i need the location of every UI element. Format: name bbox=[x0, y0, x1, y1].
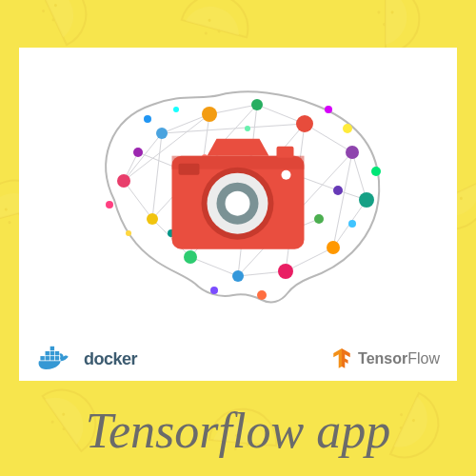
svg-line-9 bbox=[124, 181, 152, 219]
docker-text: docker bbox=[84, 349, 137, 369]
svg-point-60 bbox=[371, 167, 381, 176]
svg-point-63 bbox=[173, 107, 179, 112]
svg-rect-73 bbox=[179, 164, 200, 175]
svg-rect-79 bbox=[40, 356, 44, 360]
camera-icon bbox=[165, 129, 312, 257]
logos-row: docker TensorFlow bbox=[19, 345, 457, 373]
svg-point-39 bbox=[251, 99, 263, 110]
svg-point-48 bbox=[133, 148, 143, 157]
svg-rect-84 bbox=[50, 351, 54, 355]
svg-point-38 bbox=[202, 107, 217, 122]
svg-point-36 bbox=[117, 174, 130, 188]
svg-point-58 bbox=[343, 124, 352, 133]
tensorflow-icon bbox=[331, 347, 352, 370]
svg-point-52 bbox=[333, 186, 343, 195]
tensorflow-logo: TensorFlow bbox=[331, 347, 440, 370]
svg-point-47 bbox=[327, 241, 340, 254]
svg-line-3 bbox=[124, 133, 162, 181]
svg-point-61 bbox=[210, 287, 218, 294]
svg-rect-83 bbox=[46, 351, 50, 355]
svg-point-41 bbox=[346, 146, 359, 159]
svg-rect-80 bbox=[46, 356, 50, 360]
brain-illustration bbox=[57, 67, 419, 314]
svg-point-62 bbox=[257, 290, 267, 300]
svg-point-56 bbox=[314, 214, 324, 224]
svg-point-45 bbox=[232, 270, 244, 282]
docker-icon bbox=[36, 345, 78, 373]
svg-rect-86 bbox=[50, 347, 54, 350]
svg-point-42 bbox=[359, 192, 374, 208]
svg-rect-72 bbox=[277, 147, 294, 158]
main-card: docker TensorFlow bbox=[19, 48, 457, 381]
svg-point-65 bbox=[126, 230, 131, 236]
svg-point-59 bbox=[106, 201, 113, 208]
svg-rect-85 bbox=[55, 351, 59, 355]
page-title: Tensorflow app bbox=[0, 403, 476, 459]
svg-point-77 bbox=[226, 191, 250, 216]
svg-line-15 bbox=[152, 133, 162, 219]
svg-point-43 bbox=[147, 213, 158, 225]
svg-point-78 bbox=[282, 170, 291, 180]
svg-point-57 bbox=[144, 115, 151, 123]
svg-point-66 bbox=[348, 220, 356, 228]
svg-rect-82 bbox=[55, 356, 59, 360]
tensorflow-text: TensorFlow bbox=[358, 350, 440, 367]
svg-point-46 bbox=[278, 264, 293, 279]
svg-rect-81 bbox=[50, 356, 54, 360]
svg-point-64 bbox=[325, 106, 332, 113]
docker-logo: docker bbox=[36, 345, 137, 373]
svg-line-11 bbox=[190, 257, 238, 276]
